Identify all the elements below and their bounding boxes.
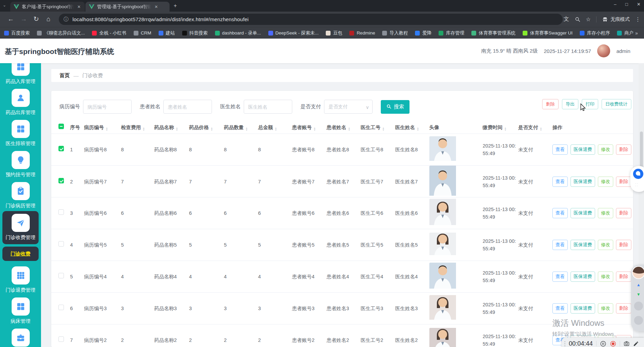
sidebar-item-门诊退费管理[interactable]: 门诊退费管理 xyxy=(0,264,41,295)
view-button[interactable]: 查看 xyxy=(552,144,568,155)
sort-caret-icon[interactable]: ▲▼ xyxy=(245,127,248,131)
edit-button[interactable]: 修改 xyxy=(598,272,613,282)
sidebar-item-病床管理[interactable]: 病床管理 xyxy=(0,295,41,327)
view-button[interactable]: 查看 xyxy=(552,303,568,314)
sort-caret-icon[interactable]: ▲▼ xyxy=(211,127,213,131)
stop-recording-icon[interactable] xyxy=(610,341,616,347)
recorder-tool-button[interactable] xyxy=(634,302,643,310)
annotate-pencil-icon[interactable] xyxy=(633,341,639,347)
sidebar-item-门诊收费管理[interactable]: 门诊收费管理 xyxy=(2,211,39,244)
drag-handle-icon[interactable]: ·· ·· xyxy=(635,182,641,187)
browser-tab[interactable]: 管理端-基于springboot智能医✕ xyxy=(85,2,170,12)
browser-menu-icon[interactable]: ⋮ xyxy=(635,16,641,23)
column-header-病历编号[interactable]: 病历编号▲▼ xyxy=(84,124,121,131)
sort-caret-icon[interactable]: ▲▼ xyxy=(313,127,316,131)
close-window-icon[interactable]: ✕ xyxy=(637,2,641,7)
pause-recording-icon[interactable] xyxy=(600,341,606,347)
daily-stats-button[interactable]: 日收费统计 xyxy=(602,99,631,109)
insurance-refund-button[interactable]: 医保退费 xyxy=(571,177,595,187)
home-icon[interactable]: ⌂ xyxy=(46,15,50,23)
filter-input-病历编号[interactable] xyxy=(83,100,132,114)
bookmark-item[interactable]: 全栈 - 小红书 xyxy=(92,30,126,36)
maximize-icon[interactable]: □ xyxy=(625,2,628,7)
bookmark-star-icon[interactable]: ☆ xyxy=(586,16,591,23)
screenshot-camera-icon[interactable] xyxy=(623,341,630,347)
username[interactable]: admin xyxy=(616,48,630,54)
column-header-总金额[interactable]: 总金额▲▼ xyxy=(258,124,292,131)
filter-select-是否支付[interactable]: 是否支付∨ xyxy=(324,100,373,114)
bookmark-item[interactable]: 抖音搜索 xyxy=(182,30,208,36)
bookmark-item[interactable]: 商户管理 xyxy=(617,30,633,36)
insurance-refund-button[interactable]: 医保退费 xyxy=(571,208,595,218)
browser-tab[interactable]: 客户端-基于springboot智能医✕ xyxy=(10,2,85,12)
sort-caret-icon[interactable]: ▲▼ xyxy=(275,127,277,131)
bookmark-item[interactable]: 建站 xyxy=(159,30,175,36)
row-checkbox[interactable] xyxy=(58,209,64,215)
sort-caret-icon[interactable]: ▲▼ xyxy=(382,127,385,131)
row-checkbox[interactable] xyxy=(58,241,64,247)
edit-button[interactable]: 修改 xyxy=(598,240,613,250)
row-checkbox[interactable] xyxy=(58,273,64,278)
delete-button[interactable]: 删除 xyxy=(616,272,631,282)
filter-input-医生姓名[interactable] xyxy=(244,100,292,114)
delete-button[interactable]: 删除 xyxy=(616,208,631,218)
row-checkbox[interactable] xyxy=(58,305,64,310)
column-header-缴费时间[interactable]: 缴费时间▲▼ xyxy=(483,124,518,131)
sidebar-submenu-active[interactable]: 门诊收费 xyxy=(2,247,39,261)
reload-icon[interactable]: ↻ xyxy=(33,15,39,23)
bookmark-item[interactable]: 库存小程序 xyxy=(580,30,610,36)
delete-button[interactable]: 删除 xyxy=(616,303,631,314)
row-checkbox[interactable] xyxy=(58,146,64,151)
column-header-医生工号[interactable]: 医生工号▲▼ xyxy=(361,124,395,131)
sort-caret-icon[interactable]: ▲▼ xyxy=(348,127,350,131)
recorder-tool-button[interactable] xyxy=(634,316,643,325)
view-button[interactable]: 查看 xyxy=(552,240,568,250)
recorder-drag-handle[interactable] xyxy=(564,341,565,346)
view-button[interactable]: 查看 xyxy=(552,272,568,282)
recorder-side-panel[interactable]: ▲ ▼ xyxy=(631,265,644,331)
sort-caret-icon[interactable]: ▲▼ xyxy=(504,127,507,131)
delete-button[interactable]: 删除 xyxy=(616,177,631,187)
minimize-icon[interactable]: – xyxy=(614,2,616,7)
zoom-icon[interactable] xyxy=(575,16,580,22)
column-header-药品数量[interactable]: 药品数量▲▼ xyxy=(224,124,258,131)
new-tab-button[interactable]: + xyxy=(174,3,177,9)
site-info-icon[interactable]: ⓘ xyxy=(64,16,68,23)
edit-button[interactable]: 修改 xyxy=(598,208,613,218)
column-header-医生姓名[interactable]: 医生姓名▲▼ xyxy=(395,124,429,131)
avatar[interactable] xyxy=(597,44,610,57)
sidebar-item-药品入库管理[interactable]: 药品入库管理 xyxy=(0,63,41,87)
insurance-refund-button[interactable]: 医保退费 xyxy=(571,240,595,250)
assistant-widget[interactable]: ·· ·· xyxy=(630,166,644,192)
search-button[interactable]: 搜索 xyxy=(381,100,410,114)
column-header-检查费用[interactable]: 检查费用▲▼ xyxy=(121,124,154,131)
sort-caret-icon[interactable]: ▲▼ xyxy=(106,127,108,131)
bookmarks-overflow-icon[interactable]: » xyxy=(633,30,640,36)
view-button[interactable]: 查看 xyxy=(552,208,568,218)
column-header-患者姓名[interactable]: 患者姓名▲▼ xyxy=(326,124,361,131)
delete-selected-button[interactable]: 删除 xyxy=(542,99,559,109)
column-header-药品价格[interactable]: 药品价格▲▼ xyxy=(189,124,224,131)
sort-caret-icon[interactable]: ▲▼ xyxy=(540,127,542,131)
select-all-checkbox[interactable] xyxy=(58,124,64,129)
url-text[interactable]: localhost:8080/springboot5728rrqw/admin/… xyxy=(72,16,249,22)
sort-caret-icon[interactable]: ▲▼ xyxy=(417,127,419,131)
edit-button[interactable]: 修改 xyxy=(598,144,613,155)
bookmark-item[interactable]: dashboard - 录单... xyxy=(215,30,261,36)
bookmark-item[interactable]: 豆包 xyxy=(326,30,342,36)
bookmark-item[interactable]: Redmine xyxy=(349,30,375,36)
sort-caret-icon[interactable]: ▲▼ xyxy=(143,127,145,131)
delete-button[interactable]: 删除 xyxy=(616,240,631,250)
assistant-icon[interactable] xyxy=(633,169,643,179)
insurance-refund-button[interactable]: 医保退费 xyxy=(571,144,595,155)
column-header-是否支付[interactable]: 是否支付▲▼ xyxy=(518,124,552,131)
tab-close-icon[interactable]: ✕ xyxy=(77,4,81,9)
insurance-refund-button[interactable]: 医保退费 xyxy=(571,303,595,314)
edit-button[interactable]: 修改 xyxy=(598,177,613,187)
bookmark-item[interactable]: CRM xyxy=(134,30,151,36)
bookmark-item[interactable]: 《聊斋志异白话文... xyxy=(37,30,85,36)
sidebar-item-门诊病历管理[interactable]: 门诊病历管理 xyxy=(0,180,41,211)
row-checkbox[interactable] xyxy=(58,178,64,183)
bookmark-item[interactable]: 体育赛事管理系统 xyxy=(471,30,515,36)
bookmark-item[interactable]: 爱降 xyxy=(415,30,431,36)
